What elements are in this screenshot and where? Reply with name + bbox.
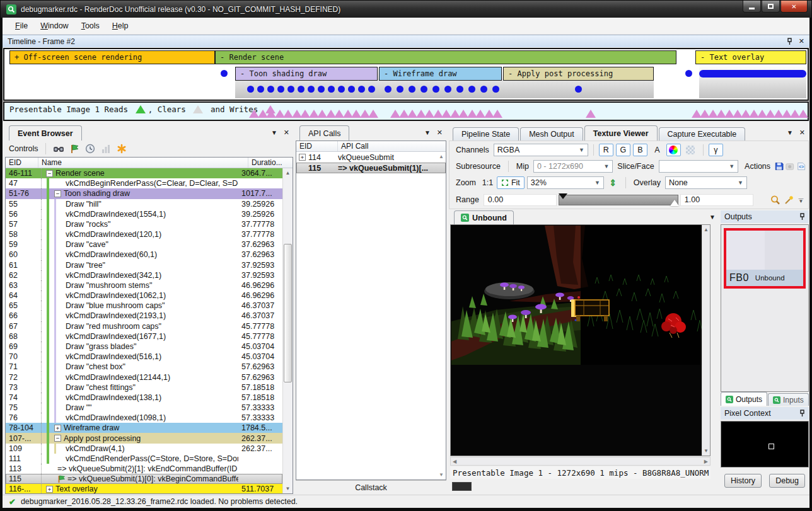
toolbar-overflow-icon[interactable]: —▼ bbox=[796, 195, 806, 205]
texture-horizontal-scrollbar[interactable]: ◀ ▶ bbox=[450, 457, 710, 466]
event-row[interactable]: 56vkCmdDrawIndexed(1554,1)39.25926 bbox=[6, 209, 282, 219]
event-row[interactable]: 78-104+Wireframe draw1784.5... bbox=[6, 423, 282, 433]
event-browser-scrollbar[interactable]: ▲ ▼ bbox=[282, 168, 293, 493]
api-call-row[interactable]: 115=> vkQueueSubmit(1)[... bbox=[296, 163, 446, 173]
event-row[interactable]: 67Draw "red mushroom caps"45.77778 bbox=[6, 321, 282, 331]
scroll-down-icon[interactable]: ▼ bbox=[283, 484, 293, 493]
tab-outputs[interactable]: Outputs bbox=[721, 392, 767, 406]
tab-mesh-output[interactable]: Mesh Output bbox=[520, 127, 583, 141]
range-black-point-handle[interactable] bbox=[559, 193, 567, 199]
scroll-up-icon[interactable]: ▲ bbox=[702, 225, 710, 234]
event-row[interactable]: 62vkCmdDrawIndexed(342,1)37.92593 bbox=[6, 270, 282, 280]
expand-icon[interactable]: + bbox=[46, 486, 53, 493]
pin-icon[interactable] bbox=[787, 38, 792, 45]
open-resource-icon[interactable] bbox=[786, 162, 794, 171]
debug-button[interactable]: Debug bbox=[769, 474, 805, 488]
event-row[interactable]: 59Draw "cave"37.62963 bbox=[6, 239, 282, 250]
channel-green-toggle[interactable]: G bbox=[616, 144, 630, 156]
menu-window[interactable]: Window bbox=[34, 18, 74, 33]
timeline-marker-bar[interactable]: - Toon shading draw bbox=[235, 67, 378, 81]
event-row[interactable]: 46-111−Render scene3064.7... bbox=[6, 168, 282, 178]
pin-icon[interactable] bbox=[799, 410, 805, 417]
collapse-icon[interactable]: − bbox=[54, 190, 61, 197]
zoom-range-magnifier-icon[interactable] bbox=[770, 195, 781, 205]
scroll-left-icon[interactable]: ◀ bbox=[453, 459, 456, 464]
timeline-body[interactable]: + Off-screen scene rendering- Render sce… bbox=[3, 48, 809, 101]
texture-vertical-scrollbar[interactable]: ▲ ▼ bbox=[702, 225, 710, 456]
zoom-1to1-button[interactable]: 1:1 bbox=[480, 176, 495, 189]
chevron-down-icon[interactable]: ▼ bbox=[787, 130, 793, 136]
time-draws-clock-icon[interactable] bbox=[85, 144, 95, 154]
range-max-field[interactable]: 1.00 bbox=[680, 194, 753, 206]
pin-icon[interactable] bbox=[799, 213, 805, 221]
event-browser-header[interactable]: EID Name Duratio... bbox=[6, 158, 293, 168]
autofit-wand-icon[interactable] bbox=[783, 195, 794, 205]
expand-icon[interactable]: + bbox=[299, 154, 306, 161]
timeline-marker-bar[interactable]: - Render scene bbox=[215, 50, 676, 64]
collapse-icon[interactable]: − bbox=[46, 170, 53, 177]
event-row[interactable]: 71Draw "chest box"57.62963 bbox=[6, 362, 282, 372]
event-row[interactable]: 76vkCmdDrawIndexed(1098,1)57.33333 bbox=[6, 413, 282, 423]
menu-file[interactable]: File bbox=[9, 18, 34, 33]
mip-select[interactable]: 0 - 1272x690▼ bbox=[533, 160, 613, 173]
close-button[interactable]: ✕ bbox=[780, 1, 808, 13]
event-row[interactable]: 64vkCmdDrawIndexed(1062,1)46.96296 bbox=[6, 290, 282, 301]
tab-texture-unbound[interactable]: Unbound bbox=[454, 210, 514, 224]
pixel-context-header[interactable]: Pixel Context bbox=[721, 407, 809, 420]
event-row[interactable]: 74vkCmdDrawIndexed(138,1)57.18518 bbox=[6, 393, 282, 403]
event-row[interactable]: 58vkCmdDrawIndexed(120,1)37.77778 bbox=[6, 229, 282, 239]
event-row[interactable]: 70vkCmdDrawIndexed(516,1)45.03704 bbox=[6, 352, 282, 362]
gamma-toggle[interactable]: γ bbox=[709, 144, 723, 156]
event-row[interactable]: 47vkCmdBeginRenderPass(C=Clear, D=Clear,… bbox=[6, 178, 282, 188]
event-row[interactable]: 61Draw "tree"37.92593 bbox=[6, 260, 282, 270]
event-row[interactable]: 68vkCmdDrawIndexed(1677,1)45.77778 bbox=[6, 331, 282, 342]
settings-asterisk-icon[interactable] bbox=[117, 144, 127, 154]
pixel-context-view[interactable] bbox=[721, 421, 809, 468]
callstack-section[interactable]: Callstack bbox=[296, 480, 446, 494]
close-icon[interactable]: ✕ bbox=[799, 38, 804, 45]
chevron-down-icon[interactable]: ▼ bbox=[709, 214, 716, 221]
api-calls-header[interactable]: EID API Call bbox=[296, 141, 446, 152]
flip-y-icon[interactable]: ⇕ bbox=[606, 176, 620, 189]
tab-inputs[interactable]: Inputs bbox=[768, 393, 809, 406]
channel-alpha-toggle[interactable]: A bbox=[650, 144, 664, 156]
timeline-marker-bar[interactable]: + Off-screen scene rendering bbox=[9, 50, 215, 64]
event-row[interactable]: 116-...+Text overlay511.7037 bbox=[6, 484, 282, 493]
overlay-select[interactable]: None▼ bbox=[665, 176, 747, 189]
stats-icon[interactable] bbox=[101, 144, 111, 154]
minimize-button[interactable] bbox=[743, 1, 761, 13]
range-min-field[interactable]: 0.00 bbox=[484, 194, 557, 206]
api-call-row[interactable]: +114vkQueueSubmit bbox=[296, 152, 446, 163]
channels-select[interactable]: RGBA▼ bbox=[494, 144, 588, 156]
history-button[interactable]: History bbox=[724, 474, 762, 488]
event-row[interactable]: 60vkCmdDrawIndexed(60,1)37.62963 bbox=[6, 250, 282, 260]
channel-blue-toggle[interactable]: B bbox=[633, 144, 647, 156]
chevron-down-icon[interactable]: ▼ bbox=[424, 130, 431, 136]
range-white-point-handle[interactable] bbox=[670, 200, 679, 206]
collapse-icon[interactable]: − bbox=[54, 435, 61, 442]
event-row[interactable]: 107-...−Apply post processing262.37... bbox=[6, 433, 282, 443]
outputs-header[interactable]: Outputs bbox=[721, 210, 809, 223]
event-row[interactable]: 57Draw "rocks"37.77778 bbox=[6, 219, 282, 229]
event-row[interactable]: 63Draw "mushroom stems"46.96296 bbox=[6, 280, 282, 290]
event-row[interactable]: 65Draw "blue mushroom caps"46.37037 bbox=[6, 301, 282, 311]
scrollbar-thumb[interactable] bbox=[284, 244, 292, 382]
menu-help[interactable]: Help bbox=[106, 18, 135, 33]
channel-red-toggle[interactable]: R bbox=[599, 144, 613, 156]
scroll-down-icon[interactable]: ▼ bbox=[702, 446, 710, 456]
fb0-thumbnail[interactable]: FB0 Unbound bbox=[724, 228, 806, 289]
event-row[interactable]: 75Draw ""57.33333 bbox=[6, 403, 282, 413]
find-event-icon[interactable] bbox=[53, 144, 64, 154]
expand-icon[interactable]: + bbox=[54, 425, 61, 432]
event-row[interactable]: 69Draw "grass blades"45.03704 bbox=[6, 342, 282, 352]
event-row[interactable]: 73Draw "chest fittings"57.18518 bbox=[6, 382, 282, 393]
chevron-down-icon[interactable]: ▼ bbox=[271, 130, 277, 136]
event-row[interactable]: 51-76−Toon shading draw1017.7... bbox=[6, 188, 282, 198]
tab-event-browser[interactable]: Event Browser bbox=[9, 125, 82, 141]
texture-image-area[interactable]: ▲ ▼ bbox=[450, 224, 710, 456]
tab-texture-viewer[interactable]: Texture Viewer bbox=[584, 125, 658, 141]
timeline-marker-bar[interactable]: - Text overlay bbox=[695, 50, 806, 64]
scroll-up-icon[interactable]: ▲ bbox=[439, 154, 444, 159]
zoom-level-combo[interactable]: 32%▼ bbox=[527, 176, 604, 189]
slice-face-select[interactable]: ▼ bbox=[659, 160, 738, 173]
